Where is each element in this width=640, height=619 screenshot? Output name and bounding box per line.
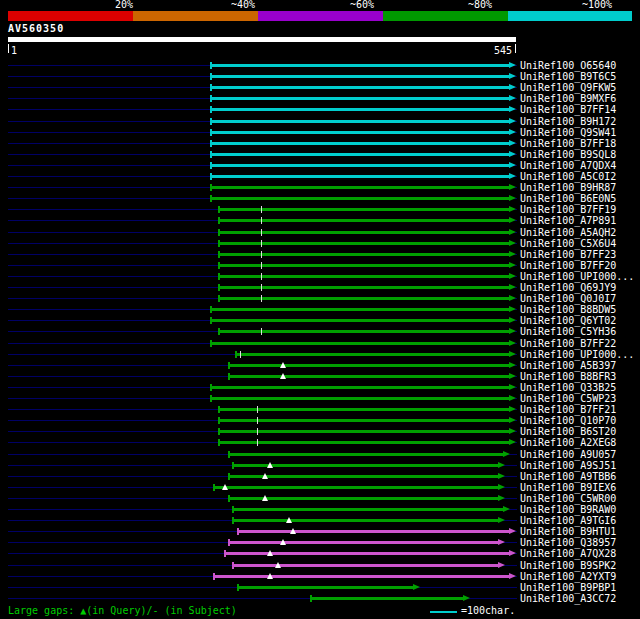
alignment-bar[interactable]: [210, 138, 516, 149]
alignment-bar[interactable]: [218, 215, 516, 226]
alignment-bar[interactable]: [218, 227, 516, 238]
hit-label[interactable]: UniRef100_Q69JY9: [520, 282, 616, 293]
hit-label[interactable]: UniRef100_Q33B25: [520, 382, 616, 393]
alignment-bar[interactable]: [218, 437, 516, 448]
alignment-bar[interactable]: [218, 249, 516, 260]
alignment-bar[interactable]: [210, 149, 516, 160]
hit-label[interactable]: UniRef100_Q0J0I7: [520, 293, 616, 304]
hit-label[interactable]: UniRef100_B8BFR3: [520, 371, 616, 382]
alignment-bar[interactable]: [210, 60, 516, 71]
hit-label[interactable]: UniRef100_A3CC72: [520, 593, 616, 604]
hit-label[interactable]: UniRef100_B7FF21: [520, 404, 616, 415]
hit-label[interactable]: UniRef100_B9MXF6: [520, 93, 616, 104]
hit-label[interactable]: UniRef100_B9IEX6: [520, 482, 616, 493]
hit-label[interactable]: UniRef100_B7FF14: [520, 104, 616, 115]
hit-label[interactable]: UniRef100_A7QX28: [520, 548, 616, 559]
hit-label[interactable]: UniRef100_A9SJ51: [520, 460, 616, 471]
alignment-bar[interactable]: [232, 504, 511, 515]
hit-label[interactable]: UniRef100_Q9SW41: [520, 127, 616, 138]
hit-label[interactable]: UniRef100_A2XEG8: [520, 437, 616, 448]
hit-label[interactable]: UniRef100_A5AQH2: [520, 227, 616, 238]
hit-label[interactable]: UniRef100_Q38957: [520, 537, 616, 548]
alignment-bar[interactable]: [210, 127, 516, 138]
alignment-bar[interactable]: [218, 204, 516, 215]
alignment-bar[interactable]: [237, 582, 420, 593]
hit-label[interactable]: UniRef100_B6E0N5: [520, 193, 616, 204]
hit-label[interactable]: UniRef100_B8BDW5: [520, 304, 616, 315]
hit-label[interactable]: UniRef100_B7FF18: [520, 138, 616, 149]
alignment-bar[interactable]: [228, 537, 505, 548]
hit-label[interactable]: UniRef100_A5C0I2: [520, 171, 616, 182]
hit-label[interactable]: UniRef100_B9SPK2: [520, 560, 616, 571]
hit-label[interactable]: UniRef100_B6ST20: [520, 426, 616, 437]
hit-label[interactable]: UniRef100_C5WP23: [520, 393, 616, 404]
alignment-bar[interactable]: [218, 426, 516, 437]
hit-label[interactable]: UniRef100_A9TGI6: [520, 515, 616, 526]
alignment-bar[interactable]: [235, 349, 516, 360]
alignment-bar[interactable]: [210, 315, 516, 326]
alignment-bar[interactable]: [228, 493, 505, 504]
hit-label[interactable]: UniRef100_O65640: [520, 60, 616, 71]
alignment-bar[interactable]: [210, 304, 516, 315]
alignment-bar[interactable]: [210, 193, 516, 204]
alignment-bar[interactable]: [218, 238, 516, 249]
alignment-bar[interactable]: [228, 360, 516, 371]
alignment-row: UniRef100_B9MXF6: [0, 93, 640, 104]
alignment-bar[interactable]: [210, 182, 516, 193]
hit-label[interactable]: UniRef100_C5WR00: [520, 493, 616, 504]
alignment-bar[interactable]: [237, 526, 516, 537]
alignment-bar[interactable]: [213, 482, 505, 493]
hit-label[interactable]: UniRef100_B7FF22: [520, 338, 616, 349]
hit-label[interactable]: UniRef100_A2YXT9: [520, 571, 616, 582]
alignment-bar[interactable]: [210, 116, 516, 127]
alignment-bar[interactable]: [210, 382, 516, 393]
hit-label[interactable]: UniRef100_C5X6U4: [520, 238, 616, 249]
hit-label[interactable]: UniRef100_B9PBP1: [520, 582, 616, 593]
hit-label[interactable]: UniRef100_A5B397: [520, 360, 616, 371]
alignment-bar[interactable]: [218, 271, 516, 282]
hit-label[interactable]: UniRef100_B9T6C5: [520, 71, 616, 82]
hit-label[interactable]: UniRef100_B9HR87: [520, 182, 616, 193]
alignment-bar[interactable]: [228, 449, 510, 460]
alignment-bar-line: [218, 419, 510, 422]
hit-label[interactable]: UniRef100_B9SQL8: [520, 149, 616, 160]
hit-label[interactable]: UniRef100_B7FF23: [520, 249, 616, 260]
alignment-bar[interactable]: [228, 471, 505, 482]
alignment-bar[interactable]: [210, 160, 516, 171]
hit-label[interactable]: UniRef100_B7FF20: [520, 260, 616, 271]
hit-label[interactable]: UniRef100_Q9FKW5: [520, 82, 616, 93]
alignment-bar[interactable]: [218, 415, 516, 426]
alignment-bar[interactable]: [228, 371, 516, 382]
hit-label[interactable]: UniRef100_B9RAW0: [520, 504, 616, 515]
hit-label[interactable]: UniRef100_Q6YT02: [520, 315, 616, 326]
alignment-bar[interactable]: [218, 282, 516, 293]
hit-label[interactable]: UniRef100_Q10P70: [520, 415, 616, 426]
alignment-bar[interactable]: [232, 560, 505, 571]
alignment-bar[interactable]: [210, 104, 516, 115]
hit-label[interactable]: UniRef100_UPI000...: [520, 271, 634, 282]
hit-label[interactable]: UniRef100_A9U057: [520, 449, 616, 460]
alignment-bar[interactable]: [218, 260, 516, 271]
alignment-bar[interactable]: [210, 393, 516, 404]
alignment-bar[interactable]: [210, 71, 516, 82]
alignment-bar[interactable]: [210, 82, 516, 93]
alignment-bar[interactable]: [210, 93, 516, 104]
alignment-bar[interactable]: [218, 293, 516, 304]
alignment-bar[interactable]: [213, 571, 516, 582]
hit-label[interactable]: UniRef100_B9H172: [520, 116, 616, 127]
hit-label[interactable]: UniRef100_B7FF19: [520, 204, 616, 215]
hit-label[interactable]: UniRef100_UPI000...: [520, 349, 634, 360]
hit-label[interactable]: UniRef100_A7P891: [520, 215, 616, 226]
alignment-bar-line: [232, 519, 499, 522]
alignment-bar[interactable]: [210, 338, 516, 349]
alignment-bar[interactable]: [218, 404, 516, 415]
hit-label[interactable]: UniRef100_C5YH36: [520, 326, 616, 337]
alignment-bar-line: [210, 175, 510, 178]
hit-label[interactable]: UniRef100_A7QDX4: [520, 160, 616, 171]
alignment-bar[interactable]: [218, 326, 516, 337]
hit-label[interactable]: UniRef100_A9TBB6: [520, 471, 616, 482]
alignment-bar[interactable]: [232, 515, 505, 526]
hit-label[interactable]: UniRef100_B9HTU1: [520, 526, 616, 537]
alignment-bar[interactable]: [310, 593, 470, 604]
alignment-bar[interactable]: [210, 171, 516, 182]
